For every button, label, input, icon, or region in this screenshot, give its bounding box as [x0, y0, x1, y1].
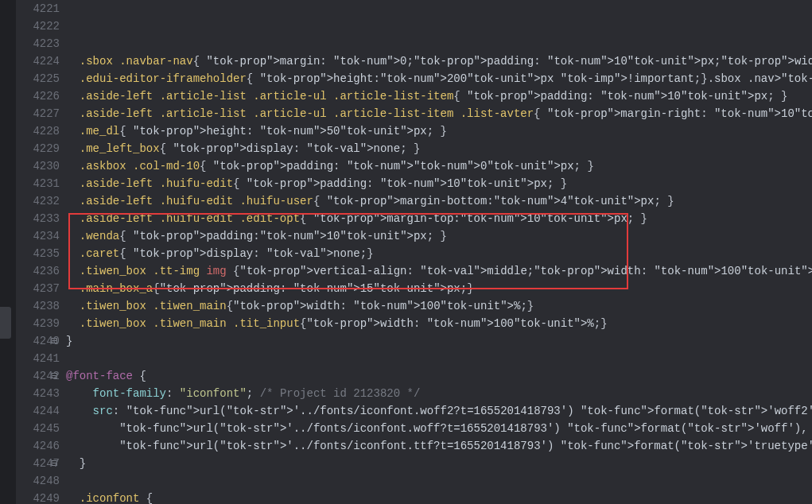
- line-number[interactable]: 4225: [16, 70, 60, 87]
- line-number[interactable]: 4223: [16, 35, 60, 52]
- code-line[interactable]: .me_left_box{ "tok-prop">display: "tok-v…: [66, 140, 812, 157]
- code-line[interactable]: .tiwen_box .tt-img img {"tok-prop">verti…: [66, 262, 812, 280]
- code-line[interactable]: .edui-editor-iframeholder{ "tok-prop">he…: [66, 70, 812, 87]
- code-line[interactable]: [66, 350, 812, 367]
- code-line[interactable]: .caret{ "tok-prop">display: "tok-val">no…: [66, 245, 812, 262]
- line-number[interactable]: 4235: [16, 245, 60, 262]
- line-number[interactable]: 4245: [16, 420, 60, 437]
- code-line[interactable]: .tiwen_box .tiwen_main{"tok-prop">width:…: [66, 297, 812, 315]
- code-line[interactable]: .aside-left .article-list .article-ul .a…: [66, 105, 812, 122]
- code-line[interactable]: }: [66, 455, 812, 472]
- line-number-gutter[interactable]: 4221422242234224422542264227422842294230…: [16, 0, 66, 504]
- code-line[interactable]: .sbox .navbar-nav{ "tok-prop">margin: "t…: [66, 52, 812, 70]
- line-number[interactable]: 4236: [16, 262, 60, 280]
- code-line[interactable]: src: "tok-func">url("tok-str">'../fonts/…: [66, 402, 812, 420]
- line-number[interactable]: 4232: [16, 192, 60, 210]
- code-area[interactable]: .sbox .navbar-nav{ "tok-prop">margin: "t…: [66, 0, 812, 504]
- code-line[interactable]: .tiwen_box .tiwen_main .tit_input{"tok-p…: [66, 315, 812, 332]
- editor-left-strip: [0, 0, 16, 504]
- code-line[interactable]: .wenda{ "tok-prop">padding:"tok-num">10"…: [66, 227, 812, 245]
- line-number[interactable]: 4239 ⊟: [16, 315, 60, 332]
- line-number[interactable]: 4249: [16, 490, 60, 504]
- code-line[interactable]: }: [66, 332, 812, 350]
- code-line[interactable]: "tok-func">url("tok-str">'../fonts/iconf…: [66, 420, 812, 437]
- code-line[interactable]: @font-face {: [66, 367, 812, 385]
- code-line[interactable]: .askbox .col-md-10{ "tok-prop">padding: …: [66, 157, 812, 175]
- line-number[interactable]: 4222: [16, 17, 60, 35]
- code-line[interactable]: [66, 472, 812, 490]
- code-line[interactable]: .aside-left .huifu-edit{ "tok-prop">padd…: [66, 175, 812, 192]
- line-number[interactable]: 4229: [16, 140, 60, 157]
- minimap-nub[interactable]: [0, 307, 11, 339]
- code-line[interactable]: .main_box_a{"tok-prop">padding: "tok-num…: [66, 280, 812, 297]
- line-number[interactable]: 4244: [16, 402, 60, 420]
- line-number[interactable]: 4233: [16, 210, 60, 227]
- code-line[interactable]: .aside-left .huifu-edit .huifu-user{ "to…: [66, 192, 812, 210]
- line-number[interactable]: 4241 ⊟: [16, 350, 60, 367]
- line-number[interactable]: 4224: [16, 52, 60, 70]
- line-number[interactable]: 4237: [16, 280, 60, 297]
- line-number[interactable]: 4231: [16, 175, 60, 192]
- line-number[interactable]: 4226: [16, 87, 60, 105]
- line-number[interactable]: 4230: [16, 157, 60, 175]
- line-number[interactable]: 4243: [16, 385, 60, 402]
- line-number[interactable]: 4227: [16, 105, 60, 122]
- line-number[interactable]: 4221: [16, 0, 60, 17]
- code-line[interactable]: .me_dl{ "tok-prop">height: "tok-num">50"…: [66, 122, 812, 140]
- line-number[interactable]: 4248: [16, 472, 60, 490]
- code-line[interactable]: .aside-left .article-list .article-ul .a…: [66, 87, 812, 105]
- line-number[interactable]: 4240: [16, 332, 60, 350]
- line-number[interactable]: 4247: [16, 455, 60, 472]
- code-line[interactable]: "tok-func">url("tok-str">'../fonts/iconf…: [66, 437, 812, 455]
- code-line[interactable]: .iconfont {: [66, 490, 812, 504]
- code-editor: 4221422242234224422542264227422842294230…: [0, 0, 812, 504]
- line-number[interactable]: 4246 ⊟: [16, 437, 60, 455]
- code-line[interactable]: .aside-left .huifu-edit .edit-opt{ "tok-…: [66, 210, 812, 227]
- code-line[interactable]: font-family: "iconfont"; /* Project id 2…: [66, 385, 812, 402]
- line-number[interactable]: 4238: [16, 297, 60, 315]
- line-number[interactable]: 4242: [16, 367, 60, 385]
- line-number[interactable]: 4234: [16, 227, 60, 245]
- line-number[interactable]: 4228: [16, 122, 60, 140]
